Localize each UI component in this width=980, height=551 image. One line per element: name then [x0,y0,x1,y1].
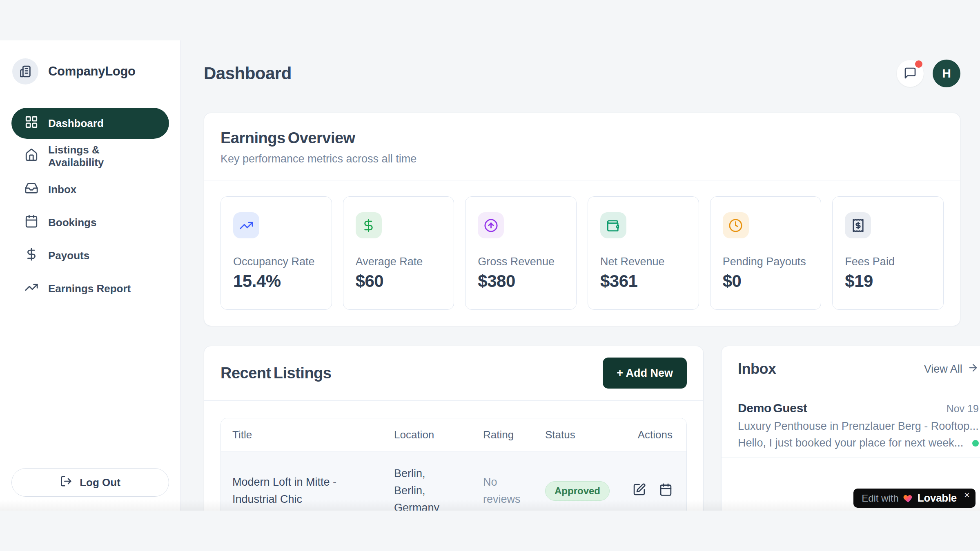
metric-label: Net Revenue [600,256,686,268]
message-sender: Demo Guest [738,401,807,415]
lovable-prefix: Edit with [862,493,899,504]
metric-label: Fees Paid [845,256,931,268]
sidebar-item-label: Dashboard [48,117,104,130]
metric-value: $0 [723,271,809,291]
calendar-icon[interactable] [659,483,673,499]
listing-rating: No reviews [472,474,534,508]
layout-grid-icon [24,115,38,132]
metric-label: Pending Payouts [723,256,809,268]
earnings-overview-card: Earnings Overview Key performance metric… [204,113,960,326]
message-square-icon [904,67,917,81]
column-header-status: Status [534,429,614,441]
table-row: Modern Loft in Mitte - Industrial Chic B… [221,451,686,511]
edit-icon[interactable] [633,483,646,499]
metric-value: 15.4% [233,271,319,291]
metric-card-net-revenue: Net Revenue $361 [588,196,699,310]
arrow-up-circle-icon [478,212,504,238]
metric-card-fees-paid: Fees Paid $19 [832,196,944,310]
sidebar-item-inbox[interactable]: Inbox [11,174,169,205]
column-header-actions: Actions [614,429,686,441]
logout-label: Log Out [80,476,120,489]
view-all-label: View All [924,363,962,375]
listing-title: Modern Loft in Mitte - Industrial Chic [221,474,383,508]
sidebar-item-label: Inbox [48,183,76,196]
metric-card-average-rate: Average Rate $60 [343,196,454,310]
receipt-icon [845,212,871,238]
main-header: Dashboard H [204,60,960,87]
header-actions: H [897,60,960,87]
message-date: Nov 19 [947,403,979,415]
listings-table: Title Location Rating Status Actions Mod… [220,418,687,511]
column-header-title: Title [221,429,383,441]
message-preview-row: Hello, I just booked your place for next… [738,437,979,449]
sidebar-item-payouts[interactable]: Payouts [11,240,169,271]
metric-label: Gross Revenue [478,256,564,268]
notification-dot [915,60,922,68]
logout-button[interactable]: Log Out [11,468,169,497]
sidebar-item-listings[interactable]: Listings & Availability [11,141,169,172]
dollar-icon [24,247,38,264]
close-icon[interactable]: × [964,490,970,500]
sidebar-item-label: Bookings [48,216,96,229]
sidebar-item-label: Earnings Report [48,282,131,295]
message-subject: Luxury Penthouse in Prenzlauer Berg - Ro… [738,420,979,433]
trending-up-icon [24,280,38,297]
inbox-header: Inbox View All [722,346,980,392]
column-header-rating: Rating [472,429,534,441]
listing-location: Berlin, Berlin, Germany [383,465,472,511]
status-badge: Approved [545,481,610,501]
company-logo-icon [12,58,38,84]
table-header-row: Title Location Rating Status Actions [221,418,686,451]
earnings-overview-header: Earnings Overview Key performance metric… [204,113,960,180]
metric-label: Average Rate [356,256,442,268]
metric-card-pending-payouts: Pending Payouts $0 [710,196,822,310]
sidebar-item-earnings-report[interactable]: Earnings Report [11,273,169,304]
listing-status-cell: Approved [534,481,614,501]
metric-value: $19 [845,271,931,291]
main-content: Dashboard H Earnings Overview Key perfor… [181,0,980,511]
lovable-heart-icon [903,493,913,504]
clock-icon [723,212,749,238]
app-viewport: CompanyLogo Dashboard [0,0,980,511]
sidebar-item-label: Payouts [48,249,89,262]
company-logo-text: CompanyLogo [48,64,136,79]
calendar-icon [24,214,38,231]
page-title: Dashboard [204,64,292,83]
sidebar: CompanyLogo Dashboard [0,40,181,511]
add-new-button[interactable]: + Add New [603,358,687,389]
metrics-grid: Occupancy Rate 15.4% Average Rate $60 [204,180,960,326]
sidebar-item-dashboard[interactable]: Dashboard [11,108,169,139]
metric-card-occupancy-rate: Occupancy Rate 15.4% [220,196,332,310]
messages-button[interactable] [897,60,924,87]
lovable-brand: Lovable [918,492,957,504]
inbox-card: Inbox View All Demo Guest Nov [721,346,980,511]
listing-actions [614,483,686,499]
earnings-overview-subtitle: Key performance metrics across all time [220,153,944,165]
divider [722,458,980,458]
avatar[interactable]: H [933,60,960,87]
sidebar-item-label: Listings & Availability [48,144,156,169]
logo-row: CompanyLogo [11,58,169,84]
arrow-right-icon [967,362,979,376]
earnings-overview-title: Earnings Overview [220,129,944,147]
metric-value: $60 [356,271,442,291]
bottom-row: Recent Listings + Add New Title Location… [204,346,960,511]
logout-icon [60,475,72,490]
wallet-icon [600,212,626,238]
sidebar-item-bookings[interactable]: Bookings [11,207,169,238]
view-all-link[interactable]: View All [924,362,979,376]
dollar-icon [356,212,382,238]
screenshot-root: { "sidebar": { "logo_text": "CompanyLogo… [0,0,980,551]
metric-card-gross-revenue: Gross Revenue $380 [465,196,577,310]
inbox-message[interactable]: Demo Guest Nov 19 Luxury Penthouse in Pr… [722,392,980,458]
message-preview: Hello, I just booked your place for next… [738,437,963,449]
recent-listings-card: Recent Listings + Add New Title Location… [204,346,704,511]
inbox-title: Inbox [738,358,776,380]
edit-with-lovable-badge[interactable]: Edit with Lovable × [853,489,976,508]
trending-up-icon [233,212,259,238]
column-header-location: Location [383,429,472,441]
metric-value: $380 [478,271,564,291]
house-icon [24,148,38,165]
recent-listings-title: Recent Listings [220,364,331,382]
metric-value: $361 [600,271,686,291]
